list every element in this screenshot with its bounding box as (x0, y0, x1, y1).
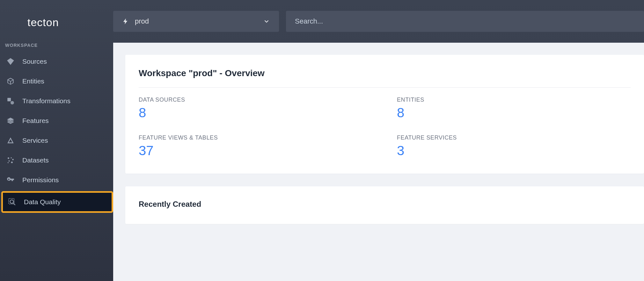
stat-key: ENTITIES (397, 97, 631, 103)
workspace-selector-value: prod (135, 17, 257, 25)
svg-rect-2 (7, 98, 11, 101)
sidebar-item-label: Entities (22, 77, 44, 85)
stat-value[interactable]: 37 (139, 143, 397, 158)
svg-point-5 (11, 157, 11, 158)
sidebar-item-label: Permissions (22, 176, 59, 184)
sidebar-item-services[interactable]: Services (0, 131, 113, 150)
svg-point-6 (12, 159, 14, 161)
svg-point-7 (9, 160, 10, 162)
sidebar-item-datasets[interactable]: Datasets (0, 150, 113, 170)
stat-value[interactable]: 8 (397, 105, 631, 120)
stat-key: FEATURE VIEWS & TABLES (139, 134, 397, 141)
sidebar-item-label: Datasets (22, 156, 49, 164)
svg-text:tecton: tecton (27, 17, 59, 28)
stat-value[interactable]: 8 (139, 105, 397, 120)
stat-key: FEATURE SERVICES (397, 134, 631, 141)
app-root: tecton WORKSPACE Sources Entities (0, 0, 644, 281)
workspace-selector[interactable]: prod (113, 11, 279, 32)
svg-point-11 (10, 200, 14, 204)
svg-point-8 (11, 162, 13, 163)
shapes-icon (5, 96, 16, 106)
sidebar-item-permissions[interactable]: Permissions (0, 170, 113, 190)
stat-value[interactable]: 3 (397, 143, 631, 158)
sidebar-item-data-quality[interactable]: Data Quality (1, 191, 113, 213)
layers-icon (5, 115, 16, 126)
stat-feature-views-tables: FEATURE VIEWS & TABLES 37 (139, 134, 397, 158)
cube-icon (5, 76, 16, 87)
bolt-icon (122, 18, 129, 25)
dots-icon (5, 155, 16, 166)
content-area: Workspace "prod" - Overview DATA SOURCES… (113, 43, 644, 281)
svg-marker-1 (7, 58, 14, 65)
sidebar-item-features[interactable]: Features (0, 111, 113, 131)
sidebar-item-label: Data Quality (24, 198, 61, 206)
overview-stats: DATA SOURCES 8 ENTITIES 8 FEATURE VIEWS … (139, 97, 631, 158)
sidebar: tecton WORKSPACE Sources Entities (0, 0, 113, 281)
main-column: prod Workspace "prod" - Overview DATA SO… (113, 0, 644, 281)
sidebar-section-label: WORKSPACE (0, 34, 113, 52)
recently-created-card: Recently Created (125, 186, 644, 224)
stat-feature-services: FEATURE SERVICES 3 (397, 134, 631, 158)
topbar: prod (113, 0, 644, 43)
recently-created-title: Recently Created (139, 200, 631, 209)
sidebar-item-label: Features (22, 117, 49, 125)
sidebar-item-label: Sources (22, 58, 47, 65)
svg-point-3 (11, 101, 14, 104)
overview-card: Workspace "prod" - Overview DATA SOURCES… (125, 55, 644, 174)
stat-entities: ENTITIES 8 (397, 97, 631, 120)
sidebar-item-transformations[interactable]: Transformations (0, 91, 113, 111)
page-title: Workspace "prod" - Overview (139, 68, 631, 88)
pyramid-icon (5, 135, 16, 146)
sidebar-item-sources[interactable]: Sources (0, 52, 113, 71)
search-input[interactable] (295, 17, 635, 25)
brand-logo: tecton (0, 11, 113, 34)
key-icon (5, 175, 16, 185)
stat-data-sources: DATA SOURCES 8 (139, 97, 397, 120)
svg-point-9 (8, 162, 9, 163)
sidebar-item-label: Transformations (22, 97, 70, 105)
sidebar-item-entities[interactable]: Entities (0, 71, 113, 91)
magnifier-grid-icon (7, 197, 18, 207)
sidebar-item-label: Services (22, 137, 48, 144)
svg-point-4 (8, 157, 9, 159)
diamond-icon (5, 56, 16, 67)
chevron-down-icon (263, 18, 270, 25)
stat-key: DATA SOURCES (139, 97, 397, 103)
sidebar-nav: Sources Entities Transformations Feature… (0, 52, 113, 214)
search-box[interactable] (286, 11, 644, 32)
